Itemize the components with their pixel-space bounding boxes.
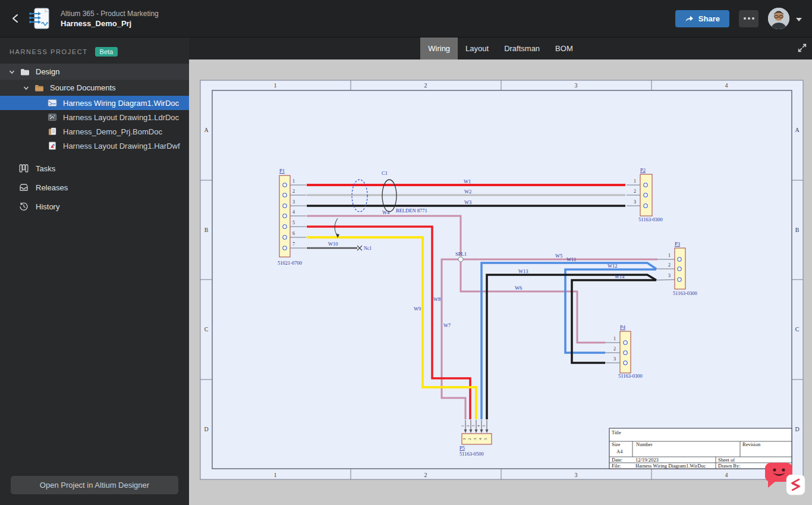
date-label: Date: [612,457,622,463]
tree-node-source-documents[interactable]: Source Documents [0,80,189,96]
pin-number: 3 [634,199,636,205]
sidebar-section-label: HARNESS PROJECT [10,48,88,55]
tree-file-hardwf[interactable]: Harness Layout Drawing1.HarDwf [0,139,189,153]
tree-node-design[interactable]: Design [0,64,189,80]
more-button[interactable] [739,10,759,27]
pin-number: 1 [613,336,616,341]
tree-file-ldrdoc[interactable]: Harness Layout Drawing1.LdrDoc [0,110,189,124]
sidebar-item-tasks[interactable]: Tasks [0,159,189,178]
tab-bom[interactable]: BOM [547,37,581,59]
hardwf-icon [48,141,57,150]
tree-node-label: Design [36,67,59,76]
revision-label: Revision [742,441,761,447]
pin-number: 2 [466,425,470,427]
pin-number: 6 [292,231,295,236]
tab-wiring[interactable]: Wiring [420,37,458,59]
wire-label: W10 [328,241,338,247]
share-button[interactable]: Share [675,10,729,27]
open-in-altium-designer-button[interactable]: Open Project in Altium Designer [11,476,178,494]
pin-number: 1 [292,178,295,184]
wiring-sheet[interactable]: 11223344AABBCCDDW1W2W3W4W5W6W7W8W9W10W11… [189,59,812,505]
pin [678,278,681,281]
document-tabbar: WiringLayoutDraftsmanBOM [189,37,812,59]
app-launcher-icon[interactable] [786,475,805,495]
bomdoc-icon [48,127,57,136]
connector-part-number: 51021-0700 [278,260,302,266]
history-clock-icon [19,202,29,211]
sidebar-item-history[interactable]: History [0,197,189,216]
sidebar-item-label: Tasks [36,164,55,173]
support-chat-widget [761,459,812,498]
pin [283,246,287,250]
tab-layout[interactable]: Layout [458,37,496,59]
pin-number: 3 [613,356,616,362]
zone-row-label: A [204,127,209,133]
tree-node-label: Source Documents [50,83,116,92]
pin [283,225,287,228]
pin [644,183,647,187]
beta-badge: Beta [95,47,118,57]
cable-part-number: BELDEN 8771 [396,208,427,214]
number-label: Number [636,441,653,447]
wire-label: W2 [464,189,471,195]
drawn-by-label: Drawn By: [718,463,741,469]
zone-row-label: D [204,426,208,432]
user-menu-caret[interactable] [794,14,804,23]
tree-file-label: Harness Layout Drawing1.HarDwf [63,142,180,150]
project-name: Harness_Demo_Prj [61,19,159,28]
no-connect-label: Nc1 [364,246,372,251]
sidebar-item-label: Releases [36,183,68,192]
title-label: Title [612,429,621,435]
pin [283,236,287,239]
pin-number: 1 [634,178,636,184]
sheet-label: Sheet of [718,457,735,463]
fullscreen-button[interactable] [796,43,808,55]
releases-inbox-icon [19,183,29,192]
pin-number: 5 [483,438,488,440]
tab-draftsman[interactable]: Draftsman [496,37,547,59]
avatar-photo [768,8,789,29]
connector-ref: P4 [620,324,626,330]
folder-icon [20,67,30,77]
altium365-app: Altium 365 - Product Marketing Harness_D… [0,0,812,505]
zone-row-label: B [204,227,209,233]
connector-part-number: 51163-0500 [459,451,484,457]
connector-part-number: 51163-0300 [673,290,697,296]
connector-ref: P2 [640,167,646,173]
wire-label: W7 [443,322,451,328]
sidebar-item-releases[interactable]: Releases [0,178,189,197]
size-label: Size [612,441,621,447]
wire-label: W6 [515,285,522,291]
workspace-title: Altium 365 - Product Marketing [61,10,159,18]
pin-number: 2 [292,189,295,194]
wire-label: W8 [433,296,440,302]
connector-ref: P5 [459,445,465,451]
tree-file-wirdoc[interactable]: Harness Wiring Diagram1.WirDoc [0,96,189,110]
wire-label: W13 [518,268,528,274]
zone-column-label: 1 [274,472,277,478]
zone-column-label: 1 [274,82,277,89]
pin [624,351,627,355]
wire-label: W1 [464,178,471,184]
pin-number: 5 [292,220,295,225]
pin-number: 1 [462,438,467,440]
zone-row-label: A [795,127,800,133]
schematic-canvas[interactable]: 11223344AABBCCDDW1W2W3W4W5W6W7W8W9W10W11… [189,59,812,505]
avatar[interactable] [768,8,789,29]
pin-number: 3 [668,273,671,278]
sidebar-item-label: History [36,202,59,211]
folder-icon [34,83,44,93]
ellipsis-icon [744,17,746,20]
wire-label: W3 [464,199,471,205]
zone-row-label: C [204,326,209,333]
tree-file-bomdoc[interactable]: Harness_Demo_Prj.BomDoc [0,124,189,139]
connector-ref: P1 [279,168,285,174]
back-button[interactable] [7,10,24,27]
pin-number: 2 [668,262,671,268]
pin [283,214,287,218]
wirdoc-icon [48,98,57,108]
pin [678,267,681,271]
pin-number: 2 [634,189,636,194]
pin [283,183,287,187]
share-label: Share [698,14,720,23]
